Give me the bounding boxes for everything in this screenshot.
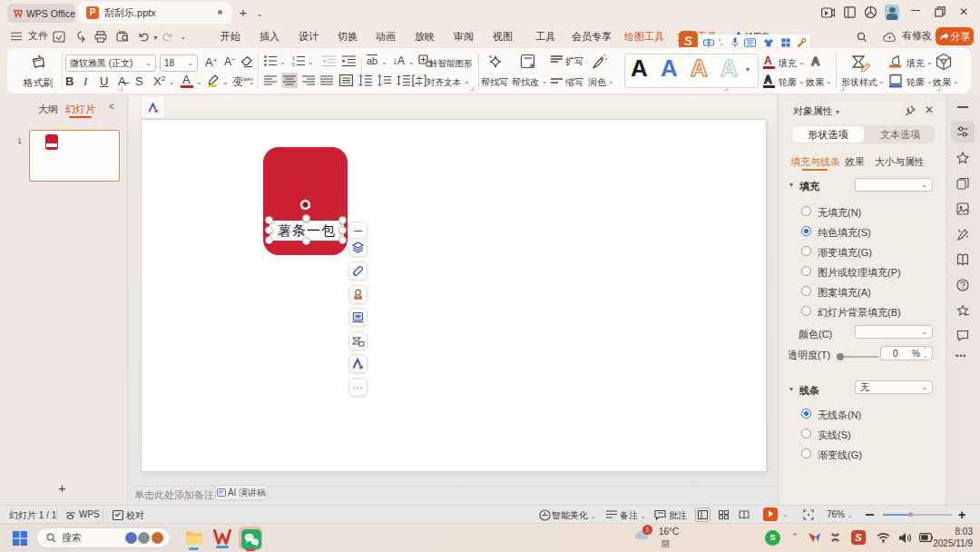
svg-text:1: 1: [292, 55, 295, 61]
svg-text:3: 3: [292, 62, 295, 66]
